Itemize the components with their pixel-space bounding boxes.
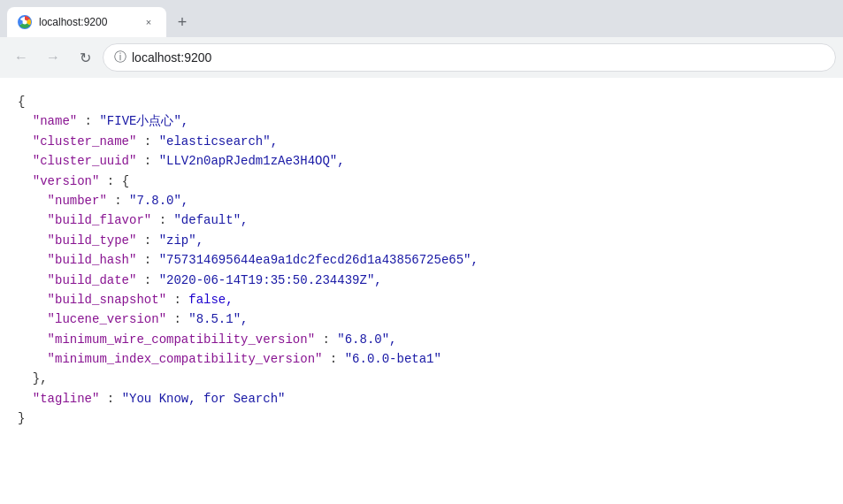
json-line-16: } xyxy=(18,409,825,428)
json-line-9: "build_date" : "2020-06-14T19:35:50.2344… xyxy=(18,271,825,290)
json-key: "number" xyxy=(18,194,107,208)
json-brace: { xyxy=(122,174,129,188)
json-line-7: "build_type" : "zip", xyxy=(18,231,825,250)
json-colon: : xyxy=(107,194,129,208)
json-line-1: "name" : "FIVE小点心", xyxy=(18,111,825,131)
json-key: "version" xyxy=(18,174,99,188)
json-line-12: "minimum_wire_compatibility_version" : "… xyxy=(18,330,825,349)
nav-bar: ← → ↻ ⓘ localhost:9200 xyxy=(0,37,843,78)
json-colon: : xyxy=(77,114,99,128)
json-value: "default", xyxy=(173,213,248,227)
active-tab[interactable]: localhost:9200 × xyxy=(7,7,166,37)
json-colon: : xyxy=(99,392,121,406)
json-colon: : xyxy=(136,253,158,267)
json-key: "name" xyxy=(18,114,77,128)
json-colon: : xyxy=(136,233,158,248)
back-button[interactable]: ← xyxy=(7,43,35,72)
security-info-icon[interactable]: ⓘ xyxy=(114,50,126,65)
json-value: "8.5.1", xyxy=(188,312,248,326)
json-colon: : xyxy=(136,273,158,287)
json-value: false, xyxy=(188,293,233,307)
json-value: "6.0.0-beta1" xyxy=(345,352,441,366)
json-line-3: "cluster_uuid" : "LLV2n0apRJedm1zAe3H4OQ… xyxy=(18,151,825,171)
json-line-2: "cluster_name" : "elasticsearch", xyxy=(18,132,825,151)
json-value: "2020-06-14T19:35:50.234439Z", xyxy=(159,273,382,287)
json-key: "cluster_uuid" xyxy=(18,154,136,168)
json-value: "You Know, for Search" xyxy=(122,392,286,406)
tab-title: localhost:9200 xyxy=(39,16,134,28)
forward-button[interactable]: → xyxy=(39,43,67,72)
json-brace: { xyxy=(18,95,25,109)
browser-chrome: localhost:9200 × + ← → ↻ ⓘ localhost:920… xyxy=(0,0,843,78)
json-brace: } xyxy=(18,411,25,425)
json-line-6: "build_flavor" : "default", xyxy=(18,210,825,230)
reload-button[interactable]: ↻ xyxy=(71,43,99,72)
json-colon: : xyxy=(136,154,158,168)
tab-favicon xyxy=(18,15,32,29)
json-line-4: "version" : { xyxy=(18,172,825,191)
json-value: "757314695644ea9a1dc2fecd26d1a43856725e6… xyxy=(159,253,479,267)
json-key: "cluster_name" xyxy=(18,134,136,149)
json-value: "LLV2n0apRJedm1zAe3H4OQ", xyxy=(159,154,345,168)
tab-bar: localhost:9200 × + xyxy=(0,0,843,37)
json-colon: : xyxy=(166,312,188,326)
json-key: "build_hash" xyxy=(18,253,136,267)
json-value: "6.8.0", xyxy=(337,332,396,347)
json-line-13: "minimum_index_compatibility_version" : … xyxy=(18,349,825,369)
tab-close-button[interactable]: × xyxy=(142,15,156,29)
json-colon: : xyxy=(99,174,121,188)
json-key: "minimum_index_compatibility_version" xyxy=(18,352,322,366)
json-colon: : xyxy=(151,213,173,227)
json-value: "FIVE小点心", xyxy=(99,114,188,128)
json-line-14: }, xyxy=(18,369,825,388)
json-key: "tagline" xyxy=(18,392,99,406)
json-key: "build_date" xyxy=(18,273,136,287)
json-value: "7.8.0", xyxy=(129,194,188,208)
json-line-5: "number" : "7.8.0", xyxy=(18,191,825,210)
json-colon: : xyxy=(315,332,337,347)
url-display: localhost:9200 xyxy=(132,50,824,65)
json-content: { "name" : "FIVE小点心", "cluster_name" : "… xyxy=(0,78,843,504)
new-tab-button[interactable]: + xyxy=(170,10,195,34)
json-line-8: "build_hash" : "757314695644ea9a1dc2fecd… xyxy=(18,250,825,270)
json-colon: : xyxy=(136,134,158,149)
json-key: "lucene_version" xyxy=(18,312,166,326)
json-line-15: "tagline" : "You Know, for Search" xyxy=(18,389,825,409)
json-brace: }, xyxy=(18,371,48,386)
json-key: "build_snapshot" xyxy=(18,293,166,307)
json-value: "elasticsearch", xyxy=(159,134,278,149)
json-key: "build_type" xyxy=(18,233,136,248)
json-line-11: "lucene_version" : "8.5.1", xyxy=(18,309,825,329)
json-colon: : xyxy=(322,352,344,366)
json-value: "zip", xyxy=(159,233,203,248)
json-line-0: { xyxy=(18,92,825,111)
svg-point-1 xyxy=(23,20,27,25)
json-key: "minimum_wire_compatibility_version" xyxy=(18,332,315,347)
address-bar[interactable]: ⓘ localhost:9200 xyxy=(103,43,836,72)
json-colon: : xyxy=(166,293,188,307)
json-key: "build_flavor" xyxy=(18,213,151,227)
json-line-10: "build_snapshot" : false, xyxy=(18,290,825,309)
